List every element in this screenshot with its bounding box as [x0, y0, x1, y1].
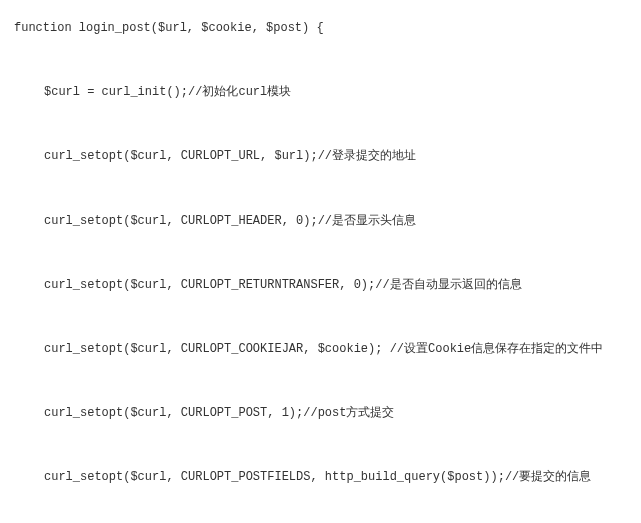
code-line: curl_setopt($curl, CURLOPT_POSTFIELDS, h…	[14, 469, 627, 486]
blank-line	[14, 247, 627, 259]
blank-line	[14, 376, 627, 388]
code-line: curl_setopt($curl, CURLOPT_HEADER, 0);//…	[14, 213, 627, 230]
code-line: $curl = curl_init();//初始化curl模块	[14, 84, 627, 101]
code-line: curl_setopt($curl, CURLOPT_RETURNTRANSFE…	[14, 277, 627, 294]
code-line: curl_setopt($curl, CURLOPT_POST, 1);//po…	[14, 405, 627, 422]
blank-line	[14, 440, 627, 452]
code-line: curl_setopt($curl, CURLOPT_URL, $url);//…	[14, 148, 627, 165]
blank-line	[14, 504, 627, 516]
blank-line	[14, 183, 627, 195]
code-block: function login_post($url, $cookie, $post…	[0, 0, 641, 523]
blank-line	[14, 119, 627, 131]
blank-line	[14, 311, 627, 323]
code-line: curl_setopt($curl, CURLOPT_COOKIEJAR, $c…	[14, 341, 627, 358]
code-line: function login_post($url, $cookie, $post…	[14, 20, 627, 37]
blank-line	[14, 55, 627, 67]
